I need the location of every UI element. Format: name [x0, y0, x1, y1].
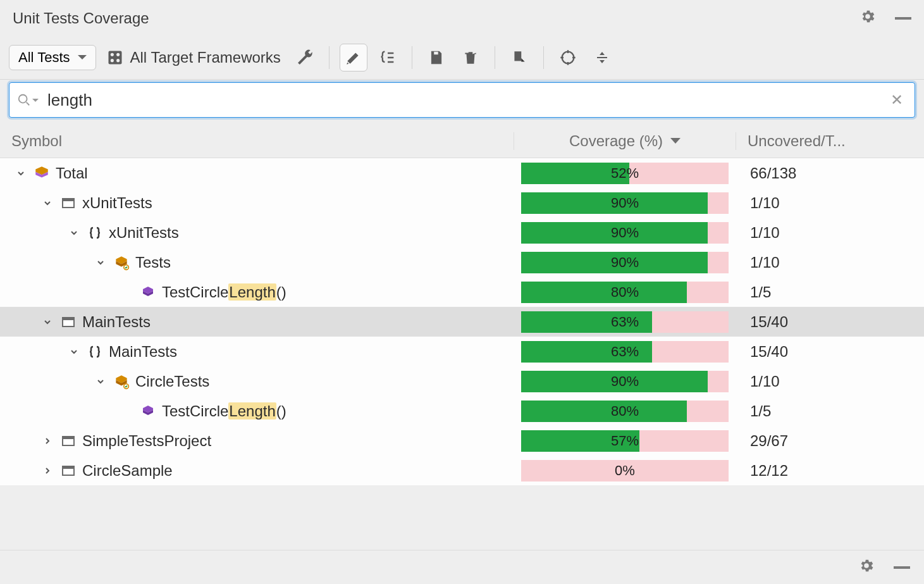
symbol-label: Tests: [135, 254, 171, 271]
expander-closed-icon[interactable]: [40, 434, 54, 448]
coverage-cell: 90%: [514, 248, 736, 277]
table-row[interactable]: CircleSample0%12/12: [0, 456, 924, 485]
table-row[interactable]: xUnitTests90%1/10: [0, 188, 924, 218]
table-row[interactable]: TestCircleLength()80%1/5: [0, 396, 924, 426]
minimize-icon[interactable]: [894, 566, 910, 569]
symbol-label: MainTests: [82, 313, 151, 331]
coverage-bar: 80%: [521, 282, 729, 303]
col-symbol[interactable]: Symbol: [0, 132, 514, 150]
table-row[interactable]: Total52%66/138: [0, 158, 924, 188]
uncovered-cell: 29/67: [736, 432, 924, 450]
bottombar: [0, 550, 924, 584]
table-row[interactable]: CircleTests90%1/10: [0, 366, 924, 396]
save-icon[interactable]: [422, 44, 450, 71]
search-bar: ✕: [9, 82, 915, 118]
coverage-cell: 52%: [514, 159, 736, 188]
target-icon[interactable]: [554, 44, 582, 71]
coverage-cell: 63%: [514, 337, 736, 366]
collapse-icon[interactable]: [588, 44, 616, 71]
gear-icon[interactable]: [859, 8, 876, 28]
separator: [543, 46, 544, 69]
clear-search-icon[interactable]: ✕: [887, 91, 907, 109]
wrench-icon[interactable]: [291, 44, 319, 71]
svg-point-5: [562, 51, 574, 63]
symbol-label: CircleSample: [82, 462, 173, 480]
coverage-cell: 80%: [514, 278, 736, 307]
total-icon: [33, 165, 51, 182]
project-icon: [59, 194, 77, 212]
coverage-bar: 63%: [521, 311, 729, 333]
project-icon: [59, 313, 77, 331]
symbol-label: TestCircleLength(): [162, 283, 286, 301]
uncovered-cell: 12/12: [736, 462, 924, 480]
symbol-cell: CircleTests: [0, 373, 514, 390]
method-icon: [139, 283, 157, 301]
table-header: Symbol Coverage (%) Uncovered/T...: [0, 124, 924, 158]
uncovered-cell: 1/10: [736, 194, 924, 212]
table-row[interactable]: MainTests63%15/40: [0, 307, 924, 337]
uncovered-cell: 66/138: [736, 165, 924, 182]
highlight-icon[interactable]: [340, 44, 367, 71]
col-uncovered[interactable]: Uncovered/T...: [736, 132, 924, 150]
symbol-cell: CircleSample: [0, 462, 514, 480]
delete-icon[interactable]: [457, 44, 484, 71]
coverage-cell: 90%: [514, 367, 736, 396]
table-row[interactable]: Tests90%1/10: [0, 247, 924, 277]
coverage-cell: 0%: [514, 456, 736, 485]
search-input[interactable]: [46, 90, 887, 111]
table-row[interactable]: xUnitTests90%1/10: [0, 218, 924, 247]
symbol-cell: SimpleTestsProject: [0, 432, 514, 450]
titlebar-actions: [859, 8, 911, 28]
coverage-bar: 52%: [521, 163, 729, 184]
minimize-icon[interactable]: [895, 17, 911, 20]
gear-icon[interactable]: [858, 557, 875, 578]
chevron-down-icon: [78, 55, 87, 59]
svg-rect-8: [63, 199, 74, 201]
symbol-label: TestCircleLength(): [162, 402, 286, 420]
symbol-cell: xUnitTests: [0, 194, 514, 212]
separator: [329, 46, 330, 69]
symbol-cell: MainTests: [0, 313, 514, 331]
method-icon: [139, 402, 157, 420]
table-row[interactable]: SimpleTestsProject57%29/67: [0, 426, 924, 456]
expander-open-icon[interactable]: [67, 345, 81, 359]
braces-icon[interactable]: [374, 44, 402, 71]
frameworks-icon: [106, 49, 124, 66]
frameworks-dropdown[interactable]: All Target Frameworks: [102, 49, 285, 66]
export-icon[interactable]: [505, 44, 533, 71]
expander-open-icon[interactable]: [94, 375, 108, 388]
coverage-bar: 90%: [521, 371, 729, 392]
symbol-label: CircleTests: [135, 373, 209, 390]
coverage-bar: 0%: [521, 460, 729, 481]
class-icon: [113, 254, 130, 271]
expander-closed-icon[interactable]: [40, 464, 54, 478]
search-icon[interactable]: [17, 93, 39, 107]
namespace-icon: [86, 224, 104, 242]
expander-open-icon[interactable]: [67, 226, 81, 240]
sort-desc-icon: [670, 138, 681, 144]
toolbar: All Tests All Target Frameworks: [0, 37, 924, 80]
symbol-label: SimpleTestsProject: [82, 432, 211, 450]
table-row[interactable]: MainTests63%15/40: [0, 337, 924, 366]
class-icon: [113, 373, 130, 390]
col-coverage[interactable]: Coverage (%): [514, 132, 736, 150]
coverage-table: Symbol Coverage (%) Uncovered/T... Total…: [0, 124, 924, 485]
expander-open-icon[interactable]: [40, 315, 54, 329]
uncovered-cell: 1/10: [736, 254, 924, 271]
svg-point-3: [110, 59, 113, 62]
uncovered-cell: 1/5: [736, 283, 924, 301]
coverage-cell: 80%: [514, 397, 736, 426]
project-icon: [59, 432, 77, 450]
svg-rect-11: [63, 318, 74, 320]
symbol-cell: MainTests: [0, 343, 514, 361]
symbol-cell: TestCircleLength(): [0, 283, 514, 301]
expander-open-icon[interactable]: [94, 256, 108, 270]
symbol-cell: Total: [0, 165, 514, 182]
scope-dropdown[interactable]: All Tests: [9, 45, 96, 70]
expander-open-icon[interactable]: [40, 196, 54, 210]
symbol-cell: TestCircleLength(): [0, 402, 514, 420]
table-row[interactable]: TestCircleLength()80%1/5: [0, 277, 924, 307]
coverage-bar: 57%: [521, 430, 729, 452]
svg-rect-0: [108, 51, 121, 64]
expander-open-icon[interactable]: [14, 166, 28, 180]
